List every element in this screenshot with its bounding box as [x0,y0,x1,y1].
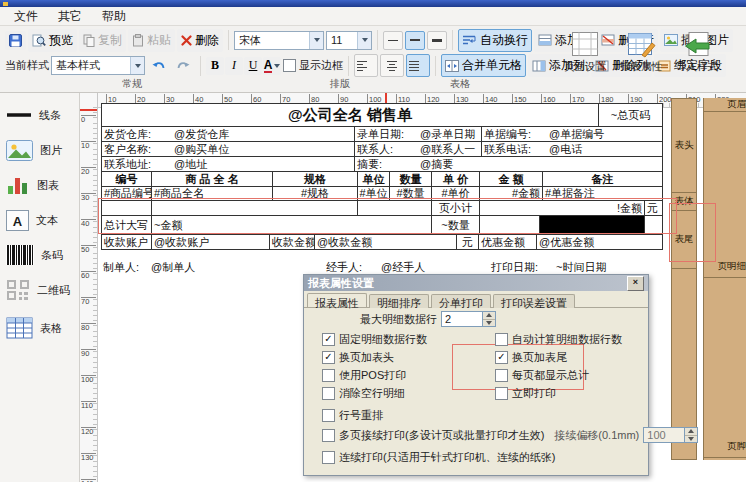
tool-line[interactable]: 线条 [0,103,79,127]
table-cell[interactable]: 单位 [358,172,390,186]
band-label[interactable]: 页眉 [704,98,746,112]
align-justify-button[interactable] [406,54,430,77]
checkbox-icon[interactable]: ✓ [322,351,335,364]
table-cell[interactable]: 联系电话: [482,142,547,156]
align-center-button[interactable] [380,54,404,77]
table-cell[interactable]: 制单人: [101,260,149,275]
table-cell[interactable]: 优惠金额 [479,235,537,249]
table-cell[interactable]: 金 额 [480,172,543,186]
design-canvas[interactable]: 1020304050607080901001101201301401501601… [98,93,746,482]
table-cell[interactable]: 总计大写 [102,216,152,234]
table-cell[interactable]: @经手人 [379,260,489,275]
merge-cells-button[interactable]: 合并单元格 [441,54,526,77]
table-cell[interactable]: 联系地址: [102,157,172,171]
checkbox-icon[interactable]: ✓ [322,333,335,346]
table-cell[interactable] [102,201,152,215]
delete-button[interactable]: 删除 [177,29,223,52]
table-cell[interactable]: @联系人一 [418,142,482,156]
menu-item[interactable]: 帮助 [92,7,136,26]
checkbox-icon[interactable] [322,409,335,422]
table-cell[interactable]: 备注 [543,172,662,186]
table-cell[interactable]: #金额 [480,187,543,200]
band-column-outer[interactable]: 页眉页明细页脚 [703,98,746,460]
table-cell[interactable]: 录单日期: [355,127,418,141]
table-row[interactable]: #商品编号#商品全名#规格#单位#数量#单价#金额#单据备注 [102,187,662,201]
table-cell[interactable] [645,216,662,234]
font-color-button[interactable]: A [263,57,281,75]
checkbox-row[interactable]: 每页都显示总计 [495,368,589,382]
table-cell[interactable]: 经手人: [324,260,379,275]
copy-button[interactable]: 复制 [79,29,126,52]
tool-chart[interactable]: 图表 [0,173,79,197]
preview-button[interactable]: 预览 [28,29,77,52]
max-rows-stepper[interactable]: 2 [441,311,496,327]
checkbox-row[interactable]: 行号重排 [322,408,383,422]
table-row[interactable]: @公司全名 销售单~总页码 [102,104,662,127]
undo-button[interactable] [147,57,170,75]
table-cell[interactable]: 收款金额 [270,235,315,249]
table-cell[interactable]: #单价 [432,187,480,200]
checkbox-icon[interactable] [322,451,335,464]
table-cell[interactable]: 打印日期: [489,260,554,275]
table-row[interactable]: 收款账户@收款账户收款金额@收款金额元优惠金额@优惠金额 [102,235,662,249]
table-cell[interactable]: 编号 [102,172,152,186]
band-column-inner[interactable]: 表头表体表尾 [671,98,697,460]
checkbox-icon[interactable] [495,333,508,346]
offset-stepper[interactable]: 100 [643,427,698,443]
table-cell[interactable]: @电话 [547,142,662,156]
table-cell[interactable]: #单据备注 [543,187,662,200]
maker-row[interactable]: 制单人:@制单人经手人:@经手人打印日期:~时间日期 [101,260,663,275]
band-label[interactable]: 页明细 [704,260,746,278]
table-cell[interactable]: @录单日期 [418,127,482,141]
checkbox-icon[interactable]: ✓ [495,351,508,364]
checkbox-icon[interactable] [322,387,335,400]
black-cell[interactable] [540,216,645,234]
design-table[interactable]: @公司全名 销售单~总页码发货仓库:@发货仓库录单日期:@录单日期单据编号:@单… [101,103,663,250]
checkbox-row[interactable]: 多页接续打印(多设计页或批量打印才生效)接续偏移(0.1mm)100 [322,428,698,442]
table-row[interactable]: 页小计!金额元 [102,201,662,216]
align-left-button[interactable] [354,54,378,77]
checkbox-row[interactable]: ✓固定明细数据行数 [322,332,427,346]
table-cell[interactable]: @摘要 [418,157,662,171]
table-cell[interactable]: #单位 [358,187,390,200]
line-thin-button[interactable] [383,31,403,50]
table-cell[interactable] [152,201,358,215]
table-cell[interactable]: #数量 [390,187,432,200]
table-cell[interactable]: @发货仓库 [172,127,355,141]
band-label[interactable] [704,278,746,440]
checkbox-icon[interactable] [495,387,508,400]
menu-item[interactable]: 文件 [4,7,48,26]
table-cell[interactable]: @购买单位 [172,142,355,156]
font-size-select[interactable]: 11 [326,31,372,50]
checkbox-row[interactable]: ✓换页加表头 [322,350,394,364]
table-cell[interactable]: ~金额 [152,216,432,234]
table-cell[interactable]: #规格 [273,187,358,200]
tool-barcode[interactable]: 条码 [0,243,79,267]
band-label[interactable]: 表体 [672,193,696,211]
word-wrap-button[interactable]: 自动换行 [458,29,532,52]
tool-table[interactable]: 表格 [0,316,79,340]
table-row[interactable]: 编号商 品 全 名规格单位数量单 价金 额备注 [102,172,662,187]
line-thick-button[interactable] [427,31,447,50]
redo-button[interactable] [172,57,195,75]
table-cell[interactable]: ~时间日期 [554,260,661,275]
table-cell[interactable] [358,201,432,215]
menu-item[interactable]: 其它 [48,7,92,26]
band-label[interactable]: 表头 [672,99,696,193]
table-cell[interactable]: 摘要: [355,157,418,171]
tab-明细排序[interactable]: 明细排序 [369,294,429,308]
table-cell[interactable]: @公司全名 销售单 [102,104,599,126]
table-cell[interactable]: @地址 [172,157,355,171]
table-cell[interactable]: 规格 [273,172,358,186]
spinner-arrows-icon[interactable] [482,312,495,326]
table-cell[interactable]: @收款账户 [152,235,270,249]
italic-button[interactable]: I [225,57,243,75]
tool-text[interactable]: A文本 [0,208,79,232]
table-cell[interactable]: 收款账户 [102,235,152,249]
dialog-titlebar[interactable]: 报表属性设置 × [304,275,648,291]
table-row[interactable]: 总计大写~金额~数量 [102,216,662,235]
tool-qrcode[interactable]: 二维码 [0,278,79,302]
table-cell[interactable]: 元 [645,201,662,215]
table-cell[interactable]: ~数量 [432,216,480,234]
table-cell[interactable]: 客户名称: [102,142,172,156]
